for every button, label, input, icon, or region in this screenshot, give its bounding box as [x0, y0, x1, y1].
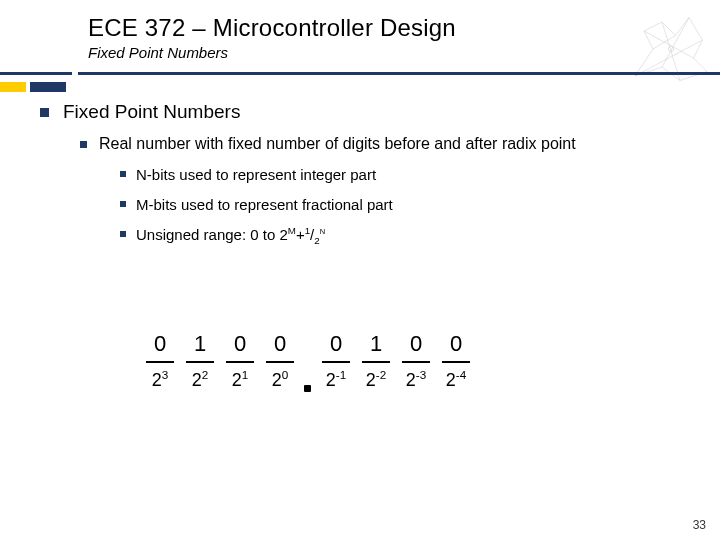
bit-value: 0	[220, 330, 260, 358]
bit-value: 1	[356, 330, 396, 358]
bit-col: 1 22	[180, 330, 220, 392]
bit-representation: 0 23 1 22 0 21 0 20	[140, 330, 476, 392]
bit-col: 0 20	[260, 330, 300, 392]
bit-underline	[226, 361, 254, 363]
bit-underline	[362, 361, 390, 363]
bullet-text: M-bits used to represent fractional part	[136, 195, 393, 215]
accent-yellow	[0, 82, 26, 92]
bullet-icon	[80, 141, 87, 148]
bullet-level3: N-bits used to represent integer part	[120, 165, 680, 185]
bit-value: 0	[396, 330, 436, 358]
bullet-text: N-bits used to represent integer part	[136, 165, 376, 185]
bullet-level2: Real number with fixed number of digits …	[80, 134, 680, 155]
bit-col: 0 23	[140, 330, 180, 392]
bullet-text: Fixed Point Numbers	[63, 100, 240, 124]
bit-value: 1	[180, 330, 220, 358]
bit-underline	[186, 361, 214, 363]
range-denom-base: 2	[314, 235, 319, 246]
slide-subtitle: Fixed Point Numbers	[88, 44, 720, 61]
bit-col: 0 2-1	[316, 330, 356, 392]
bit-underline	[146, 361, 174, 363]
course-title: ECE 372 – Microcontroller Design	[88, 14, 720, 42]
bullet-level3: Unsigned range: 0 to 2M+1/2N	[120, 225, 680, 245]
bit-underline	[266, 361, 294, 363]
bit-col: 0 2-4	[436, 330, 476, 392]
bit-value: 0	[316, 330, 356, 358]
bit-underline	[442, 361, 470, 363]
slide: ECE 372 – Microcontroller Design Fixed P…	[0, 0, 720, 540]
bit-weight: 20	[260, 368, 300, 392]
content-area: Fixed Point Numbers Real number with fix…	[40, 100, 680, 255]
header: ECE 372 – Microcontroller Design Fixed P…	[0, 0, 720, 61]
page-number: 33	[693, 518, 706, 532]
title-underline	[0, 72, 720, 75]
bit-value: 0	[260, 330, 300, 358]
bullet-icon	[40, 108, 49, 117]
accent-navy	[30, 82, 66, 92]
bit-underline	[402, 361, 430, 363]
range-exp-m: M	[288, 225, 296, 236]
bit-weight: 2-2	[356, 368, 396, 392]
bullet-icon	[120, 171, 126, 177]
bit-weight: 23	[140, 368, 180, 392]
bit-weight: 2-4	[436, 368, 476, 392]
bullet-icon	[120, 201, 126, 207]
bullet-level3: M-bits used to represent fractional part	[120, 195, 680, 215]
bit-col: 0 21	[220, 330, 260, 392]
bit-weight: 21	[220, 368, 260, 392]
range-denom-exp: N	[320, 227, 325, 236]
bit-weight: 2-1	[316, 368, 356, 392]
integer-bits: 0 23 1 22 0 21 0 20	[140, 330, 300, 392]
bullet-text: Unsigned range: 0 to 2M+1/2N	[136, 225, 325, 245]
bit-weight: 2-3	[396, 368, 436, 392]
bit-underline	[322, 361, 350, 363]
bit-value: 0	[436, 330, 476, 358]
range-pre: Unsigned range: 0 to 2	[136, 226, 288, 243]
fraction-bits: 0 2-1 1 2-2 0 2-3 0 2-4	[316, 330, 476, 392]
dot-icon	[304, 385, 311, 392]
range-plus: +	[296, 226, 305, 243]
bullet-level1: Fixed Point Numbers	[40, 100, 680, 124]
bit-weight: 22	[180, 368, 220, 392]
bit-col: 0 2-3	[396, 330, 436, 392]
bit-col: 1 2-2	[356, 330, 396, 392]
bullet-text: Real number with fixed number of digits …	[99, 134, 576, 155]
bit-value: 0	[140, 330, 180, 358]
bullet-icon	[120, 231, 126, 237]
